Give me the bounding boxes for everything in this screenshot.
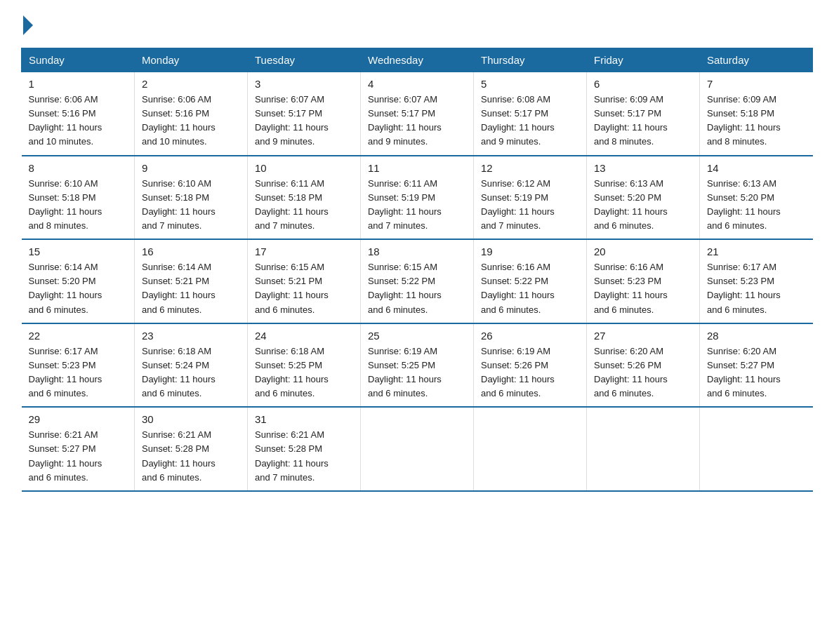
day-info: Sunrise: 6:17 AMSunset: 5:23 PMDaylight:…	[29, 346, 102, 398]
calendar-table: SundayMondayTuesdayWednesdayThursdayFrid…	[21, 48, 813, 492]
day-number: 25	[368, 330, 466, 342]
day-info: Sunrise: 6:14 AMSunset: 5:21 PMDaylight:…	[142, 262, 216, 314]
calendar-day-cell: 24 Sunrise: 6:18 AMSunset: 5:25 PMDaylig…	[248, 323, 361, 408]
day-number: 6	[594, 78, 692, 90]
calendar-day-cell: 1 Sunrise: 6:06 AMSunset: 5:16 PMDayligh…	[22, 72, 135, 156]
day-number: 19	[481, 246, 579, 257]
day-number: 30	[142, 413, 240, 425]
calendar-day-cell: 3 Sunrise: 6:07 AMSunset: 5:17 PMDayligh…	[248, 72, 361, 156]
calendar-day-cell	[361, 407, 474, 491]
calendar-week-row: 29 Sunrise: 6:21 AMSunset: 5:27 PMDaylig…	[22, 407, 813, 491]
day-number: 15	[29, 246, 128, 257]
day-info: Sunrise: 6:15 AMSunset: 5:21 PMDaylight:…	[255, 262, 329, 314]
day-info: Sunrise: 6:07 AMSunset: 5:17 PMDaylight:…	[368, 94, 442, 147]
page-header	[21, 14, 813, 35]
calendar-day-cell: 12 Sunrise: 6:12 AMSunset: 5:19 PMDaylig…	[474, 156, 587, 240]
day-info: Sunrise: 6:10 AMSunset: 5:18 PMDaylight:…	[29, 178, 102, 231]
calendar-day-cell: 29 Sunrise: 6:21 AMSunset: 5:27 PMDaylig…	[22, 407, 135, 491]
day-number: 27	[594, 330, 692, 342]
day-number: 10	[255, 162, 353, 174]
calendar-week-row: 8 Sunrise: 6:10 AMSunset: 5:18 PMDayligh…	[22, 156, 813, 240]
day-info: Sunrise: 6:12 AMSunset: 5:19 PMDaylight:…	[481, 178, 555, 231]
calendar-week-row: 22 Sunrise: 6:17 AMSunset: 5:23 PMDaylig…	[22, 323, 813, 408]
day-info: Sunrise: 6:15 AMSunset: 5:22 PMDaylight:…	[368, 262, 442, 314]
calendar-day-cell	[587, 407, 700, 491]
calendar-day-cell: 16 Sunrise: 6:14 AMSunset: 5:21 PMDaylig…	[135, 239, 248, 323]
day-number: 29	[29, 413, 128, 425]
calendar-day-cell: 30 Sunrise: 6:21 AMSunset: 5:28 PMDaylig…	[135, 407, 248, 491]
day-info: Sunrise: 6:08 AMSunset: 5:17 PMDaylight:…	[481, 94, 555, 147]
day-info: Sunrise: 6:14 AMSunset: 5:20 PMDaylight:…	[29, 262, 102, 314]
logo-triangle-icon	[23, 15, 33, 35]
day-number: 31	[255, 413, 353, 425]
calendar-day-cell: 19 Sunrise: 6:16 AMSunset: 5:22 PMDaylig…	[474, 239, 587, 323]
day-info: Sunrise: 6:19 AMSunset: 5:26 PMDaylight:…	[481, 346, 555, 398]
day-number: 18	[368, 246, 466, 257]
day-info: Sunrise: 6:11 AMSunset: 5:18 PMDaylight:…	[255, 178, 329, 231]
day-info: Sunrise: 6:06 AMSunset: 5:16 PMDaylight:…	[29, 94, 102, 147]
calendar-day-cell: 31 Sunrise: 6:21 AMSunset: 5:28 PMDaylig…	[248, 407, 361, 491]
calendar-week-row: 1 Sunrise: 6:06 AMSunset: 5:16 PMDayligh…	[22, 72, 813, 156]
day-info: Sunrise: 6:10 AMSunset: 5:18 PMDaylight:…	[142, 178, 216, 231]
day-info: Sunrise: 6:13 AMSunset: 5:20 PMDaylight:…	[707, 178, 781, 231]
day-info: Sunrise: 6:21 AMSunset: 5:28 PMDaylight:…	[255, 429, 329, 482]
calendar-day-cell: 11 Sunrise: 6:11 AMSunset: 5:19 PMDaylig…	[361, 156, 474, 240]
day-number: 1	[29, 78, 128, 90]
day-of-week-header: Sunday	[22, 48, 135, 72]
calendar-day-cell: 9 Sunrise: 6:10 AMSunset: 5:18 PMDayligh…	[135, 156, 248, 240]
calendar-day-cell: 15 Sunrise: 6:14 AMSunset: 5:20 PMDaylig…	[22, 239, 135, 323]
calendar-day-cell: 8 Sunrise: 6:10 AMSunset: 5:18 PMDayligh…	[22, 156, 135, 240]
calendar-day-cell	[474, 407, 587, 491]
day-number: 8	[29, 162, 128, 174]
day-number: 12	[481, 162, 579, 174]
day-info: Sunrise: 6:13 AMSunset: 5:20 PMDaylight:…	[594, 178, 668, 231]
calendar-day-cell: 17 Sunrise: 6:15 AMSunset: 5:21 PMDaylig…	[248, 239, 361, 323]
calendar-day-cell: 14 Sunrise: 6:13 AMSunset: 5:20 PMDaylig…	[700, 156, 813, 240]
day-info: Sunrise: 6:06 AMSunset: 5:16 PMDaylight:…	[142, 94, 216, 147]
day-of-week-header: Saturday	[700, 48, 813, 72]
day-info: Sunrise: 6:18 AMSunset: 5:25 PMDaylight:…	[255, 346, 329, 398]
day-info: Sunrise: 6:20 AMSunset: 5:26 PMDaylight:…	[594, 346, 668, 398]
day-of-week-header: Tuesday	[248, 48, 361, 72]
day-number: 21	[707, 246, 806, 257]
day-number: 23	[142, 330, 240, 342]
day-number: 2	[142, 78, 240, 90]
day-info: Sunrise: 6:11 AMSunset: 5:19 PMDaylight:…	[368, 178, 442, 231]
calendar-body: 1 Sunrise: 6:06 AMSunset: 5:16 PMDayligh…	[22, 72, 813, 491]
day-of-week-header: Thursday	[474, 48, 587, 72]
day-info: Sunrise: 6:09 AMSunset: 5:17 PMDaylight:…	[594, 94, 668, 147]
calendar-header: SundayMondayTuesdayWednesdayThursdayFrid…	[22, 48, 813, 72]
calendar-day-cell: 25 Sunrise: 6:19 AMSunset: 5:25 PMDaylig…	[361, 323, 474, 408]
calendar-day-cell: 26 Sunrise: 6:19 AMSunset: 5:26 PMDaylig…	[474, 323, 587, 408]
day-number: 17	[255, 246, 353, 257]
day-number: 9	[142, 162, 240, 174]
calendar-week-row: 15 Sunrise: 6:14 AMSunset: 5:20 PMDaylig…	[22, 239, 813, 323]
calendar-day-cell: 23 Sunrise: 6:18 AMSunset: 5:24 PMDaylig…	[135, 323, 248, 408]
calendar-day-cell: 7 Sunrise: 6:09 AMSunset: 5:18 PMDayligh…	[700, 72, 813, 156]
day-number: 11	[368, 162, 466, 174]
day-info: Sunrise: 6:20 AMSunset: 5:27 PMDaylight:…	[707, 346, 781, 398]
day-number: 26	[481, 330, 579, 342]
day-number: 20	[594, 246, 692, 257]
calendar-day-cell: 20 Sunrise: 6:16 AMSunset: 5:23 PMDaylig…	[587, 239, 700, 323]
day-of-week-header: Monday	[135, 48, 248, 72]
calendar-day-cell: 13 Sunrise: 6:13 AMSunset: 5:20 PMDaylig…	[587, 156, 700, 240]
calendar-day-cell: 4 Sunrise: 6:07 AMSunset: 5:17 PMDayligh…	[361, 72, 474, 156]
day-of-week-header: Wednesday	[361, 48, 474, 72]
calendar-day-cell: 10 Sunrise: 6:11 AMSunset: 5:18 PMDaylig…	[248, 156, 361, 240]
day-info: Sunrise: 6:17 AMSunset: 5:23 PMDaylight:…	[707, 262, 781, 314]
calendar-day-cell: 21 Sunrise: 6:17 AMSunset: 5:23 PMDaylig…	[700, 239, 813, 323]
calendar-day-cell: 5 Sunrise: 6:08 AMSunset: 5:17 PMDayligh…	[474, 72, 587, 156]
calendar-day-cell: 27 Sunrise: 6:20 AMSunset: 5:26 PMDaylig…	[587, 323, 700, 408]
calendar-day-cell: 18 Sunrise: 6:15 AMSunset: 5:22 PMDaylig…	[361, 239, 474, 323]
day-info: Sunrise: 6:07 AMSunset: 5:17 PMDaylight:…	[255, 94, 329, 147]
day-number: 3	[255, 78, 353, 90]
day-number: 22	[29, 330, 128, 342]
day-info: Sunrise: 6:18 AMSunset: 5:24 PMDaylight:…	[142, 346, 216, 398]
logo	[21, 14, 33, 35]
day-info: Sunrise: 6:21 AMSunset: 5:28 PMDaylight:…	[142, 429, 216, 482]
day-info: Sunrise: 6:16 AMSunset: 5:23 PMDaylight:…	[594, 262, 668, 314]
day-info: Sunrise: 6:16 AMSunset: 5:22 PMDaylight:…	[481, 262, 555, 314]
day-number: 13	[594, 162, 692, 174]
day-number: 4	[368, 78, 466, 90]
